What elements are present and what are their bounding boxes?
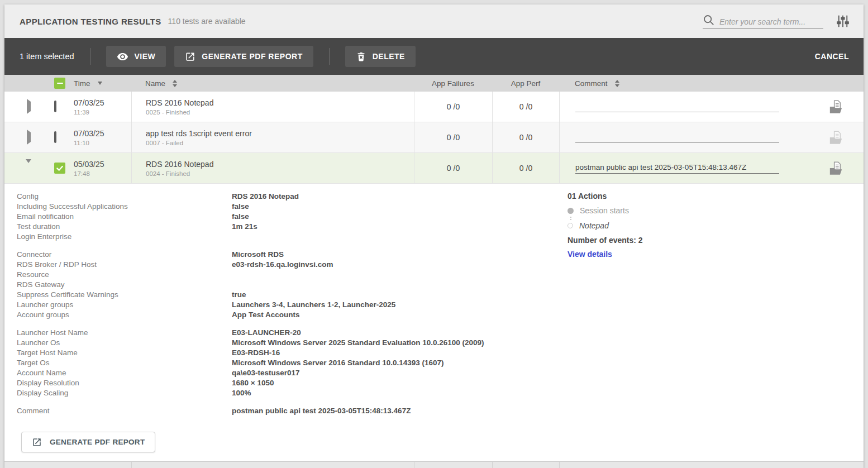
export-icon [32,437,42,447]
detail-value: e03-rdsh-16.qa.loginvsi.com [232,260,333,270]
header-actions [703,14,850,29]
app-perf-column-label: App Perf [511,79,541,88]
detail-label: Launcher groups [17,300,232,310]
comment-input[interactable] [575,132,779,143]
test-status: 0025 - Finished [146,109,190,116]
hollow-dot-icon [567,223,573,228]
sliver-cell [42,462,74,468]
open-report-button[interactable] [828,161,843,176]
row-checkbox-cell [42,132,74,142]
detail-label: Connector [17,250,232,260]
app-perf-cell: 0 /0 [492,153,559,183]
comment-input[interactable] [575,102,779,112]
row-checkbox[interactable] [54,101,56,112]
actions-panel: 01 Actions Session starts Notepad Number… [567,192,802,259]
detail-label: Display Scaling [17,388,232,398]
column-header-name[interactable]: Name [131,79,414,88]
export-icon [185,51,195,62]
detail-label: RDS Broker / RDP Host [17,260,232,270]
row-checkbox-checked[interactable] [54,163,65,174]
table-row-selected[interactable]: 05/03/25 17:48 RDS 2016 Notepad 0024 - F… [4,153,864,184]
table-row[interactable]: 07/03/25 11:10 app test rds 1script even… [4,122,864,153]
folder-document-icon [828,161,843,176]
detail-label: Account Name [17,368,232,378]
detail-value: App Test Accounts [232,310,300,320]
comment-input[interactable] [575,163,779,174]
name-cell: RDS 2016 Notepad 0025 - Finished [131,92,414,122]
search-input[interactable] [719,17,823,26]
name-cell: RDS 2016 Notepad 0024 - Finished [131,153,414,183]
detail-label: Display Resolution [17,378,232,388]
sort-both-icon [173,80,177,87]
detail-value: Microsoft Windows Server 2025 Standard E… [232,338,484,348]
timeline-step: Session starts [567,206,802,215]
step-label: Session starts [580,206,629,215]
expand-caret-icon[interactable] [27,130,31,145]
table-header: Time Name App Failures App Perf Comment [4,75,864,92]
report-cell [808,130,864,145]
next-row-partial [4,461,864,468]
test-name: app test rds 1script event error [146,129,252,138]
app-perf-cell: 0 /0 [492,92,559,122]
test-time: 11:39 [74,109,131,116]
expand-caret-icon[interactable] [27,99,31,114]
checkmark-icon [55,164,64,173]
column-header-comment[interactable]: Comment [559,79,808,88]
indeterminate-mark [57,83,63,84]
actions-title: 01 Actions [567,192,802,200]
table-row[interactable]: 07/03/25 11:39 RDS 2016 Notepad 0025 - F… [4,92,864,122]
expanded-test-details: ConfigRDS 2016 Notepad Including Success… [4,184,864,461]
generate-pdf-report-button[interactable]: GENERATE PDF REPORT [174,46,313,67]
test-date: 07/03/25 [74,129,131,138]
test-date: 07/03/25 [74,98,131,107]
detail-label: RDS Gateway [17,280,232,290]
name-column-label: Name [145,79,165,88]
detail-label: Suppress Certificate Warnings [17,290,232,300]
row-checkbox-cell [42,163,74,174]
open-report-button[interactable] [828,99,843,114]
detail-label: Target Os [17,358,232,368]
time-cell: 07/03/25 11:10 [74,129,131,146]
app-failures-cell: 0 /0 [414,122,492,152]
folder-document-icon [828,130,843,145]
column-header-time[interactable]: Time [74,79,131,88]
row-expander-cell [4,102,42,112]
detail-value: Launchers 3-4, Launchers 1-2, Launcher-2… [232,300,395,310]
view-button-label: VIEW [135,52,156,61]
cancel-button[interactable]: CANCEL [815,52,849,61]
column-header-app-failures: App Failures [414,79,492,88]
view-button[interactable]: VIEW [106,46,166,67]
row-expander-cell [4,163,42,173]
detail-value: E03-RDSH-16 [232,348,280,358]
sliders-icon [836,14,850,28]
test-status: 0024 - Finished [146,170,190,177]
open-report-button[interactable] [828,130,843,145]
view-details-link[interactable]: View details [567,250,612,259]
number-of-events: Number of events: 2 [567,236,802,245]
app-failures-cell: 0 /0 [414,92,492,122]
time-column-label: Time [74,79,90,88]
detail-label: Target Host Name [17,348,232,358]
divider [90,48,90,65]
generate-pdf-report-outline-button[interactable]: GENERATE PDF REPORT [21,432,155,452]
detail-label: Config [17,192,232,202]
select-all-checkbox[interactable] [54,78,65,89]
detail-label: Email notification [17,212,232,222]
filter-button[interactable] [836,14,850,28]
delete-button-label: DELETE [373,52,405,61]
delete-button[interactable]: DELETE [345,46,416,67]
row-expander-cell [4,132,42,142]
timeline-step: Notepad [567,221,802,230]
sort-both-icon [615,80,619,87]
comment-cell [559,122,808,152]
time-cell: 07/03/25 11:39 [74,98,131,116]
generate-pdf-report-label: GENERATE PDF REPORT [202,52,302,61]
detail-value: qa\e03-testuser017 [232,368,300,378]
sliver-cell [492,462,559,468]
collapse-caret-icon[interactable] [26,159,31,173]
detail-value: true [232,290,246,300]
trash-icon [356,51,366,62]
timeline-connector [570,217,803,220]
row-checkbox[interactable] [54,131,56,143]
detail-value: RDS 2016 Notepad [232,192,299,202]
